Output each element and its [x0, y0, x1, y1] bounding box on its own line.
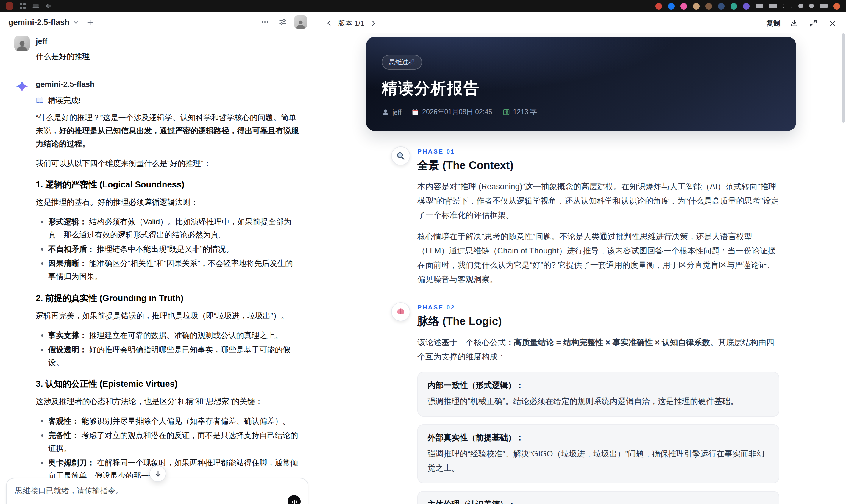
text: 该论述基于一个核心公式：: [417, 338, 514, 347]
arrow-down-icon: [154, 470, 162, 478]
download-icon: [790, 19, 798, 28]
model-selector[interactable]: gemini-2.5-flash: [8, 18, 79, 26]
bullet-list: 事实支撑： 推理建立在可靠的数据、准确的观测或公认的真理之上。假设透明： 好的推…: [36, 329, 300, 370]
menubar-app-red-icon[interactable]: [655, 3, 662, 9]
markdown-heading: 1. 逻辑的严密性 (Logical Soundness): [36, 179, 300, 191]
download-button[interactable]: [789, 18, 799, 29]
phase-label: PHASE 01: [417, 148, 779, 155]
menubar-app-navy-icon[interactable]: [718, 3, 725, 9]
menu-icon[interactable]: [32, 2, 39, 10]
display-icon[interactable]: [769, 4, 777, 8]
status-text: 精读完成!: [48, 95, 81, 106]
attach-button[interactable]: [15, 502, 25, 504]
meta-date: 2026年01月08日 02:45: [411, 108, 492, 116]
settings-button[interactable]: [276, 16, 289, 29]
keyboard-icon[interactable]: [756, 4, 763, 8]
phase-body: PHASE 01全景 (The Context)本内容是对“推理 (Reason…: [417, 146, 796, 287]
report-badge: 思维过程: [382, 55, 422, 70]
image-icon: [53, 503, 61, 504]
bullet-item: 假设透明： 好的推理会明确指明哪些是已知事实，哪些是基于可能的假设。: [40, 343, 300, 369]
assistant-markdown: “什么是好的推理？”这是一个涉及逻辑学、认知科学和哲学核心的问题。简单来说，好的…: [36, 111, 300, 504]
search-icon: [391, 146, 410, 165]
menubar-app-orange-icon[interactable]: [833, 3, 840, 9]
phase-label: PHASE 02: [417, 304, 779, 311]
meta-author: jeff: [382, 108, 401, 116]
assistant-message: gemini-2.5-flash 精读完成! “什么是好的推理？”这是一个涉及逻…: [14, 78, 300, 504]
plus-icon: [87, 18, 94, 26]
bullet-item: 事实支撑： 推理建立在可靠的数据、准确的观测或公认的真理之上。: [40, 329, 300, 342]
version-prev-button[interactable]: [324, 18, 334, 28]
text: 逻辑再完美，如果前提是错误的，推理也是垃圾（即“垃圾进，垃圾出”）。: [36, 311, 288, 320]
user-icon: [382, 108, 389, 116]
chat-panel: gemini-2.5-flash: [0, 12, 316, 504]
menubar-app-purple-icon[interactable]: [743, 3, 750, 9]
artifact-panel: 版本 1/1 复制: [316, 12, 846, 504]
text: 这涉及推理者的心态和方法论，也是区分“杠精”和“思想家”的关键：: [36, 397, 263, 406]
session-avatar[interactable]: [294, 16, 307, 29]
scrollbar-thumb[interactable]: [842, 33, 845, 123]
chevron-left-icon: [326, 20, 333, 27]
voice-input-button[interactable]: [287, 495, 301, 504]
bold-text: 好的推理是从已知信息出发，通过严密的逻辑路径，得出可靠且有说服力结论的过程。: [36, 126, 299, 148]
book-icon: [36, 96, 44, 104]
dimension-card: 外部真实性（前提基础）：强调推理的“经验校准”。解决“GIGO（垃圾进，垃圾出）…: [417, 425, 779, 483]
bold-text: 事实支撑：: [48, 330, 87, 340]
bullet-list: 形式逻辑： 结构必须有效（Valid）。比如演绎推理中，如果前提全部为真，那么通…: [36, 215, 300, 284]
search-status-icon[interactable]: [809, 4, 814, 8]
plus-icon: [16, 503, 25, 504]
phase-title: 脉络 (The Logic): [417, 313, 779, 328]
assistant-avatar: [14, 78, 30, 94]
menubar-app-pink-icon[interactable]: [681, 3, 687, 9]
grid-icon[interactable]: [19, 2, 26, 10]
image-button[interactable]: [52, 502, 63, 504]
version-next-button[interactable]: [369, 18, 378, 28]
bold-text: 因果清晰：: [48, 259, 87, 268]
fullscreen-button[interactable]: [808, 18, 818, 29]
report-hero-card: 思维过程 精读分析报告 jeff: [366, 37, 796, 131]
text: 这是推理的基石。好的推理必须遵循逻辑法则：: [36, 198, 198, 206]
text: 能够识别并尽量排除个人偏见（如幸存者偏差、确认偏差）。: [79, 416, 290, 426]
menubar-left: [6, 2, 52, 10]
bold-text: 客观性：: [48, 416, 79, 426]
wifi-icon[interactable]: [798, 4, 803, 8]
message-input[interactable]: [15, 486, 270, 495]
word-count-icon: [503, 108, 510, 116]
phase-paragraph: 核心情境在于解决“思考的随意性”问题。不论是人类通过批判性思维进行决策，还是大语…: [417, 230, 779, 287]
bullet-item: 不自相矛盾： 推理链条中不能出现“既是又非”的情况。: [40, 243, 300, 256]
menubar-app-blue-icon[interactable]: [668, 3, 674, 9]
more-button[interactable]: [258, 16, 271, 29]
arrow-left-icon[interactable]: [45, 2, 52, 10]
artifact-content: 思维过程 精读分析报告 jeff: [316, 33, 846, 504]
report-title: 精读分析报告: [382, 78, 780, 99]
close-button[interactable]: [827, 18, 838, 29]
artifact-section: PHASE 01全景 (The Context)本内容是对“推理 (Reason…: [391, 146, 796, 287]
calendar-icon: [411, 108, 419, 116]
scroll-to-bottom-button[interactable]: [149, 465, 166, 482]
model-name: gemini-2.5-flash: [8, 18, 70, 26]
menubar-app-brown-icon[interactable]: [705, 3, 712, 9]
bold-text: 完备性：: [48, 431, 79, 440]
menubar-app-icon[interactable]: [6, 2, 13, 10]
bold-text: 奥卡姆剃刀：: [48, 458, 95, 467]
text: 我们可以从以下四个维度来衡量什么是“好的推理”：: [36, 159, 211, 168]
flask-icon: [35, 503, 43, 504]
card-title: 主体伦理（认识美德）：: [427, 499, 769, 504]
battery-icon[interactable]: [783, 4, 792, 8]
artifact-section: PHASE 02脉络 (The Logic)该论述基于一个核心公式：高质量结论 …: [391, 302, 796, 504]
control-center-icon[interactable]: [820, 4, 828, 8]
meta-author-text: jeff: [392, 109, 401, 116]
new-session-button[interactable]: [84, 16, 97, 29]
bullet-item: 因果清晰： 能准确区分“相关性”和“因果关系”，不会轻率地将先后发生的事情归为因…: [40, 257, 300, 284]
markdown-paragraph: 这是推理的基石。好的推理必须遵循逻辑法则：: [36, 196, 300, 209]
text: 3. 认知的公正性 (Epistemic Virtues): [36, 379, 177, 389]
chevron-down-icon: [73, 19, 79, 25]
menubar-app-teal-icon[interactable]: [730, 3, 737, 9]
tools-button[interactable]: [33, 502, 44, 504]
copy-button[interactable]: 复制: [766, 18, 780, 28]
phase-paragraph: 本内容是对“推理 (Reasoning)”这一抽象概念的高层建模。在知识爆炸与人…: [417, 180, 779, 222]
card-body: 强调推理的“机械正确”。结论必须在给定的规则系统内逻辑自洽，这是推理的硬件基础。: [427, 395, 769, 408]
bold-text: 高质量结论 = 结构完整性 × 事实准确性 × 认知自律系数: [514, 338, 710, 347]
report-meta: jeff 2026年01月08日 02:45: [382, 108, 780, 116]
menubar-app-tan-icon[interactable]: [693, 3, 700, 9]
chevron-right-icon: [370, 20, 377, 27]
